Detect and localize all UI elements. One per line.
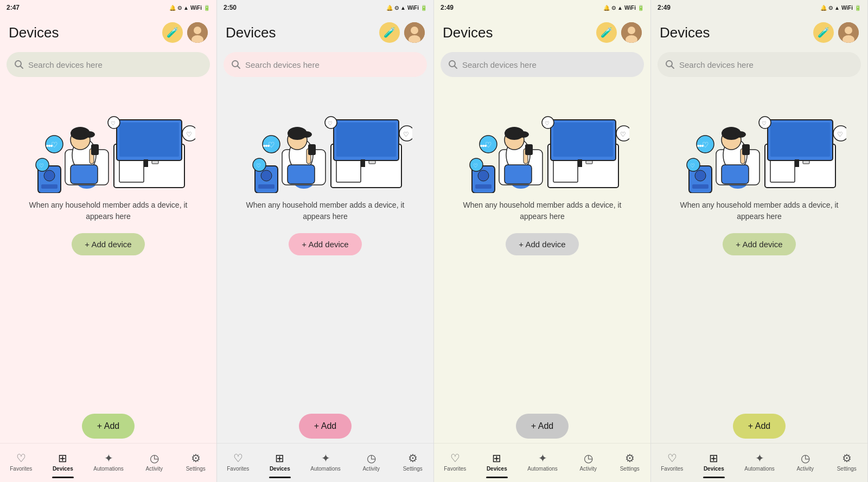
search-bar-4[interactable]: Search devices here: [658, 52, 861, 77]
devices-label-4: Devices: [704, 466, 724, 472]
favorites-icon-4: ♡: [667, 452, 677, 465]
nav-favorites-1[interactable]: ♡ Favorites: [7, 451, 35, 473]
nav-automations-1[interactable]: ✦ Automations: [90, 451, 127, 473]
svg-point-67: [263, 145, 265, 147]
empty-text-1: When any household member adds a device,…: [11, 200, 206, 222]
status-time-4: 2:49: [658, 4, 671, 11]
nav-settings-4[interactable]: ⚙ Settings: [833, 451, 861, 473]
lab-avatar-2[interactable]: 🧪: [379, 22, 400, 43]
devices-icon-2: ⊞: [275, 452, 284, 465]
automations-label-1: Automations: [93, 466, 124, 472]
nav-activity-4[interactable]: ◷ Activity: [791, 451, 819, 473]
svg-point-32: [48, 145, 50, 147]
svg-line-38: [238, 66, 240, 69]
settings-label-4: Settings: [837, 466, 857, 472]
fab-button-3[interactable]: + Add: [516, 414, 569, 439]
user-avatar-4[interactable]: [838, 22, 859, 43]
status-time-2: 2:50: [224, 4, 237, 11]
svg-point-84: [518, 131, 529, 138]
nav-devices-4[interactable]: ⊞ Devices: [700, 451, 728, 473]
nav-settings-3[interactable]: ⚙ Settings: [616, 451, 644, 473]
phone-panel-3: 2:49 🔔 ⊙ ▲ WiFi 🔋 Devices 🧪 Search devic…: [434, 0, 651, 482]
wifi-icon-2: WiFi: [407, 5, 419, 11]
search-placeholder-2: Search devices here: [245, 60, 320, 69]
automations-label-2: Automations: [310, 466, 341, 472]
svg-rect-90: [475, 184, 492, 189]
svg-rect-53: [308, 144, 316, 155]
user-avatar-1[interactable]: [187, 22, 208, 43]
favorites-icon-2: ♡: [233, 452, 243, 465]
fab-button-2[interactable]: + Add: [299, 414, 352, 439]
svg-text:♡: ♡: [111, 120, 116, 126]
svg-rect-77: [553, 123, 613, 157]
app-header-3: Devices 🧪: [434, 15, 650, 50]
search-bar-2[interactable]: Search devices here: [224, 52, 427, 77]
favorites-label-3: Favorites: [444, 466, 466, 472]
automations-icon-1: ✦: [104, 452, 113, 465]
header-icons-2: 🧪: [379, 22, 425, 43]
svg-text:♡: ♡: [837, 131, 843, 138]
header-icons-4: 🧪: [813, 22, 859, 43]
nav-devices-1[interactable]: ⊞ Devices: [49, 451, 77, 473]
nav-activity-2[interactable]: ◷ Activity: [357, 451, 385, 473]
fab-area-4: + Add: [651, 405, 867, 443]
svg-point-134: [699, 145, 701, 147]
add-device-button-1[interactable]: + Add device: [72, 233, 144, 255]
lab-avatar-3[interactable]: 🧪: [596, 22, 617, 43]
settings-icon-1: ⚙: [191, 452, 201, 465]
svg-point-35: [411, 27, 418, 34]
search-bar-3[interactable]: Search devices here: [441, 52, 644, 77]
svg-point-103: [845, 27, 852, 34]
search-bar-1[interactable]: Search devices here: [7, 52, 210, 77]
nav-settings-1[interactable]: ⚙ Settings: [182, 451, 210, 473]
wifi-icon-4: WiFi: [841, 5, 853, 11]
svg-point-50: [301, 131, 312, 138]
wifi-icon-3: WiFi: [624, 5, 636, 11]
svg-point-66: [265, 145, 267, 147]
svg-point-69: [628, 27, 635, 34]
svg-text:♡: ♡: [403, 131, 409, 138]
nav-settings-2[interactable]: ⚙ Settings: [399, 451, 427, 473]
fab-button-1[interactable]: + Add: [82, 414, 135, 439]
battery-icon-2: 🔋: [420, 5, 427, 11]
screen-record-icon-3: ⊙: [611, 5, 616, 11]
empty-text-4: When any household member adds a device,…: [662, 200, 857, 222]
battery-icon: 🔋: [203, 5, 210, 11]
fab-button-4[interactable]: + Add: [733, 414, 786, 439]
svg-point-101: [480, 145, 482, 147]
status-bar-4: 2:49 🔔 ⊙ ▲ WiFi 🔋: [651, 0, 867, 15]
svg-text:♡: ♡: [620, 131, 626, 138]
nav-automations-2[interactable]: ✦ Automations: [307, 451, 344, 473]
illustration-area-1: ♡ ♡ ♡ ♡ When any household member adds a…: [0, 81, 216, 405]
status-icons-2: 🔔 ⊙ ▲ WiFi 🔋: [386, 5, 427, 11]
lab-avatar-4[interactable]: 🧪: [813, 22, 834, 43]
home-illustration-3: ♡ ♡ ♡ ♡: [456, 90, 629, 193]
status-icons-1: 🔔 ⊙ ▲ WiFi 🔋: [169, 5, 210, 11]
nav-activity-1[interactable]: ◷ Activity: [140, 451, 168, 473]
nav-automations-4[interactable]: ✦ Automations: [741, 451, 778, 473]
add-device-button-3[interactable]: + Add device: [506, 233, 578, 255]
notification-icon-3: 🔔: [603, 5, 610, 11]
screen-record-icon-2: ⊙: [394, 5, 399, 11]
devices-label-2: Devices: [270, 466, 290, 472]
svg-rect-44: [361, 159, 365, 167]
nav-devices-2[interactable]: ⊞ Devices: [266, 451, 294, 473]
lab-avatar-1[interactable]: 🧪: [162, 22, 183, 43]
add-device-button-2[interactable]: + Add device: [289, 233, 361, 255]
nav-favorites-4[interactable]: ♡ Favorites: [658, 451, 686, 473]
fab-area-2: + Add: [217, 405, 433, 443]
svg-rect-10: [144, 159, 148, 167]
settings-label-1: Settings: [186, 466, 206, 472]
user-avatar-2[interactable]: [404, 22, 425, 43]
activity-icon-4: ◷: [801, 452, 810, 465]
nav-automations-3[interactable]: ✦ Automations: [524, 451, 561, 473]
battery-icon-3: 🔋: [637, 5, 644, 11]
nav-devices-3[interactable]: ⊞ Devices: [483, 451, 511, 473]
user-avatar-3[interactable]: [621, 22, 642, 43]
svg-text:♡: ♡: [473, 163, 478, 169]
nav-favorites-2[interactable]: ♡ Favorites: [224, 451, 252, 473]
nav-favorites-3[interactable]: ♡ Favorites: [441, 451, 469, 473]
status-time-3: 2:49: [441, 4, 454, 11]
add-device-button-4[interactable]: + Add device: [723, 233, 795, 255]
nav-activity-3[interactable]: ◷ Activity: [574, 451, 602, 473]
